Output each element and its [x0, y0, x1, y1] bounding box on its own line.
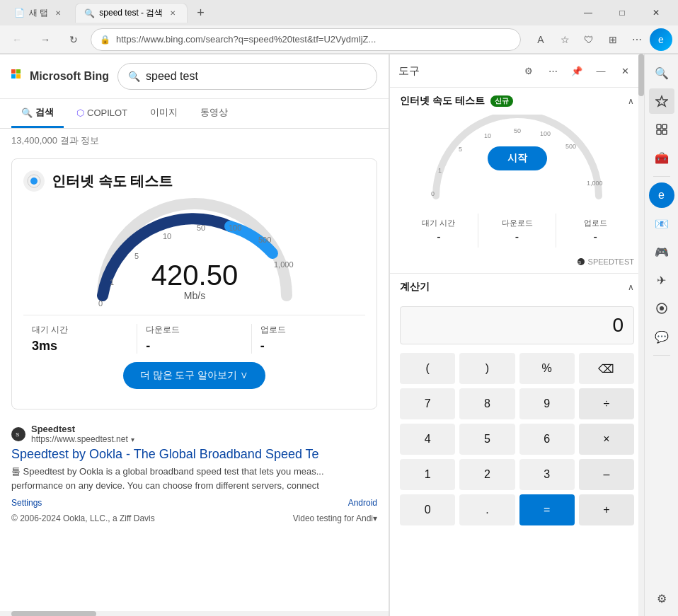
- tab-copilot[interactable]: ⬡ COPILOT: [67, 99, 137, 128]
- result-title-link[interactable]: Speedtest by Ookla - The Global Broadban…: [11, 447, 319, 461]
- refresh-button[interactable]: ↻: [62, 28, 85, 51]
- more-tools-icon[interactable]: ⋯: [626, 28, 648, 51]
- horizontal-scrollbar-thumb[interactable]: [11, 611, 96, 616]
- svg-text:Mb/s: Mb/s: [183, 290, 205, 301]
- more-tools-button[interactable]: 더 많은 도구 알아보기 ∨: [123, 362, 266, 389]
- svg-text:50: 50: [514, 127, 521, 134]
- tools-pin-button[interactable]: 📌: [566, 60, 587, 81]
- calc-btn-add[interactable]: +: [579, 494, 634, 525]
- mini-speed-stats: 대기 시간 - 다운로드 - 업로드 -: [390, 207, 644, 255]
- svg-point-33: [660, 306, 664, 310]
- speed-test-tool-header[interactable]: 인터넷 속도 테스트 신규 ∧: [390, 88, 644, 115]
- tab1-close[interactable]: ✕: [52, 7, 64, 18]
- calc-btn-8[interactable]: 8: [459, 388, 515, 419]
- mini-download-value: -: [483, 231, 552, 243]
- calc-btn-2[interactable]: 2: [459, 459, 515, 490]
- bing-search-area: Microsoft Bing 🔍 🔍 검색 ⬡ COPILOT 이미지 동영상: [0, 54, 389, 616]
- maximize-button[interactable]: □: [606, 0, 638, 25]
- sidebar-games-icon[interactable]: 🎮: [649, 239, 674, 265]
- widget-header: 인터넷 속도 테스트: [23, 170, 365, 192]
- calc-btn-4[interactable]: 4: [400, 424, 455, 455]
- calc-btn-1[interactable]: 1: [400, 459, 455, 490]
- footer-android[interactable]: Android: [348, 498, 377, 508]
- sidebar-edge-icon[interactable]: e: [649, 182, 674, 208]
- calc-btn-open-paren[interactable]: (: [400, 353, 455, 384]
- calc-btn-percent[interactable]: %: [519, 353, 575, 384]
- svg-text:10: 10: [484, 132, 491, 139]
- calc-btn-3[interactable]: 3: [519, 459, 575, 490]
- calc-btn-decimal[interactable]: .: [459, 494, 515, 525]
- vertical-scrollbar-track: [638, 54, 644, 616]
- svg-text:10: 10: [163, 232, 171, 240]
- sidebar-outlook-icon[interactable]: 📧: [649, 211, 674, 236]
- tab-images[interactable]: 이미지: [140, 99, 188, 128]
- browser-essentials-icon[interactable]: 🛡: [578, 28, 600, 51]
- toolbar-icons: A ☆ 🛡 ⊞ ⋯ e: [529, 28, 672, 51]
- search-tabs: 🔍 검색 ⬡ COPILOT 이미지 동영상: [0, 99, 389, 129]
- bing-logo-icon: [11, 69, 25, 83]
- tab-search[interactable]: 🔍 검색: [11, 99, 64, 128]
- calc-btn-multiply[interactable]: ×: [579, 424, 634, 455]
- calc-btn-9[interactable]: 9: [519, 388, 575, 419]
- tools-close-button[interactable]: ✕: [614, 60, 636, 81]
- start-test-button[interactable]: 시작: [488, 146, 547, 170]
- speed-widget-chevron-icon[interactable]: ∧: [628, 96, 634, 106]
- search-tab-icon: 🔍: [21, 107, 33, 118]
- url-dropdown-icon[interactable]: ▾: [131, 436, 134, 443]
- calculator-header[interactable]: 계산기 ∧: [390, 274, 644, 301]
- close-button[interactable]: ✕: [640, 0, 672, 25]
- tab-speed-test[interactable]: 🔍 speed test - 검색 ✕: [75, 3, 188, 23]
- favorites-icon[interactable]: ☆: [553, 28, 576, 51]
- calc-btn-backspace[interactable]: ⌫: [579, 353, 634, 384]
- tab-new[interactable]: 📄 새 탭 ✕: [6, 3, 72, 23]
- svg-text:S: S: [16, 431, 19, 438]
- sidebar-settings-icon[interactable]: ⚙: [649, 586, 674, 611]
- tab-videos[interactable]: 동영상: [190, 99, 238, 128]
- mini-upload-value: -: [561, 231, 630, 243]
- tab1-label: 새 탭: [29, 7, 48, 19]
- split-screen-icon[interactable]: ⊞: [602, 28, 624, 51]
- sidebar-tools-icon[interactable]: 🧰: [649, 145, 674, 170]
- footer-settings[interactable]: Settings: [11, 498, 42, 508]
- read-aloud-icon[interactable]: A: [529, 28, 552, 51]
- sidebar-search-icon[interactable]: 🔍: [649, 60, 674, 86]
- tools-filter-button[interactable]: ⚙: [518, 60, 539, 81]
- bing-search-box[interactable]: 🔍: [117, 63, 377, 90]
- calculator-chevron-icon[interactable]: ∧: [628, 282, 634, 292]
- svg-text:100: 100: [229, 223, 241, 232]
- calc-btn-equals[interactable]: =: [519, 494, 575, 525]
- back-button[interactable]: ←: [6, 28, 28, 51]
- calc-btn-6[interactable]: 6: [519, 424, 575, 455]
- upload-stat: 업로드 -: [252, 324, 365, 354]
- calc-btn-divide[interactable]: ÷: [579, 388, 634, 419]
- sidebar-skype-icon[interactable]: 💬: [649, 324, 674, 349]
- calc-btn-close-paren[interactable]: ): [459, 353, 515, 384]
- tools-more-button[interactable]: ⋯: [542, 60, 563, 81]
- result-count: 13,400,000 결과 정보: [0, 129, 389, 153]
- svg-text:50: 50: [197, 223, 205, 232]
- sidebar-divider-2: [653, 355, 670, 356]
- tab2-close[interactable]: ✕: [167, 8, 178, 19]
- url-bar[interactable]: 🔒 https://www.bing.com/search?q=speed%20…: [91, 28, 521, 51]
- vertical-scrollbar-thumb[interactable]: [638, 54, 644, 96]
- calc-btn-5[interactable]: 5: [459, 424, 515, 455]
- footer-video[interactable]: Video testing for Andi▾: [293, 513, 377, 523]
- search-input[interactable]: [146, 70, 367, 83]
- calc-btn-0[interactable]: 0: [400, 494, 455, 525]
- sidebar-telegram-icon[interactable]: ✈: [649, 267, 674, 293]
- calc-btn-subtract[interactable]: –: [579, 459, 634, 490]
- main-area: Microsoft Bing 🔍 🔍 검색 ⬡ COPILOT 이미지 동영상: [0, 54, 678, 616]
- tools-minimize-button[interactable]: —: [590, 60, 611, 81]
- minimize-button[interactable]: —: [572, 0, 604, 25]
- new-badge: 신규: [490, 95, 513, 107]
- sidebar-collections-icon[interactable]: [649, 117, 674, 142]
- add-tab-button[interactable]: +: [190, 3, 210, 23]
- bing-logo-text: Microsoft Bing: [30, 70, 109, 83]
- forward-button[interactable]: →: [34, 28, 57, 51]
- calc-btn-7[interactable]: 7: [400, 388, 455, 419]
- sidebar-favorites-icon[interactable]: [649, 88, 674, 114]
- sidebar-drop-icon[interactable]: [649, 296, 674, 321]
- edge-copilot-icon[interactable]: e: [650, 28, 672, 51]
- calculator-title: 계산기: [400, 281, 628, 294]
- result-description: 툴 Speedtest by Ookla is a global broadba…: [11, 465, 377, 492]
